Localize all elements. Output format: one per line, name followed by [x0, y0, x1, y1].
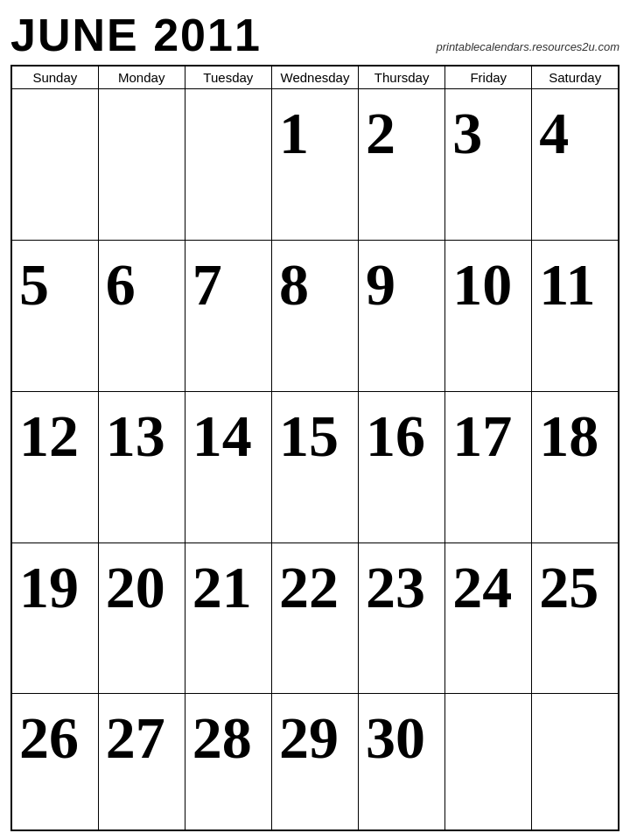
day-number: 19 — [19, 549, 91, 617]
day-cell-17: 17 — [445, 391, 532, 542]
day-cell-6: 6 — [98, 240, 185, 391]
day-number: 1 — [279, 94, 351, 163]
empty-cell — [185, 89, 271, 241]
empty-cell — [445, 694, 532, 830]
week-row-2: 567891011 — [11, 240, 619, 391]
website-label: printablecalendars.resources2u.com — [436, 40, 620, 53]
day-cell-26: 26 — [11, 694, 98, 830]
day-number: 7 — [192, 246, 264, 314]
day-number: 30 — [366, 699, 438, 767]
day-cell-16: 16 — [359, 391, 445, 542]
calendar-table: SundayMondayTuesdayWednesdayThursdayFrid… — [10, 65, 620, 831]
day-cell-2: 2 — [359, 89, 445, 241]
day-cell-27: 27 — [98, 694, 185, 830]
day-cell-22: 22 — [271, 542, 358, 694]
week-row-4: 19202122232425 — [11, 542, 619, 694]
day-number: 10 — [452, 246, 524, 314]
day-cell-21: 21 — [185, 542, 271, 694]
day-number: 6 — [106, 246, 178, 314]
day-cell-7: 7 — [185, 240, 271, 391]
day-number: 5 — [19, 246, 91, 314]
day-cell-30: 30 — [359, 694, 445, 830]
day-number: 4 — [539, 94, 611, 163]
day-cell-18: 18 — [532, 391, 619, 542]
day-number: 12 — [19, 397, 91, 466]
day-cell-19: 19 — [11, 542, 98, 694]
day-cell-24: 24 — [445, 542, 532, 694]
day-number: 9 — [366, 246, 438, 314]
day-header-wednesday: Wednesday — [271, 66, 358, 89]
day-number: 15 — [279, 397, 351, 466]
week-row-3: 12131415161718 — [11, 391, 619, 542]
day-header-thursday: Thursday — [359, 66, 445, 89]
day-number: 25 — [539, 549, 611, 617]
day-number: 28 — [192, 699, 264, 767]
day-number: 11 — [539, 246, 611, 314]
day-cell-23: 23 — [359, 542, 445, 694]
day-header-friday: Friday — [445, 66, 532, 89]
day-number: 14 — [192, 397, 264, 466]
day-header-sunday: Sunday — [11, 66, 98, 89]
calendar-header: JUNE 2011 printablecalendars.resources2u… — [10, 9, 620, 65]
calendar-page: JUNE 2011 printablecalendars.resources2u… — [0, 0, 630, 840]
day-cell-13: 13 — [98, 391, 185, 542]
days-header-row: SundayMondayTuesdayWednesdayThursdayFrid… — [11, 66, 619, 89]
day-number: 22 — [279, 549, 351, 617]
day-number: 20 — [106, 549, 178, 617]
day-number: 24 — [452, 549, 524, 617]
day-cell-29: 29 — [271, 694, 358, 830]
day-cell-1: 1 — [271, 89, 358, 241]
day-header-tuesday: Tuesday — [185, 66, 271, 89]
week-row-1: 1234 — [11, 89, 619, 241]
day-number: 3 — [452, 94, 524, 163]
day-number: 18 — [539, 397, 611, 466]
day-cell-4: 4 — [532, 89, 619, 241]
week-row-5: 2627282930 — [11, 694, 619, 830]
day-number: 26 — [19, 699, 91, 767]
day-cell-8: 8 — [271, 240, 358, 391]
empty-cell — [98, 89, 185, 241]
day-cell-5: 5 — [11, 240, 98, 391]
empty-cell — [532, 694, 619, 830]
calendar-title: JUNE 2011 — [10, 9, 262, 61]
day-cell-9: 9 — [359, 240, 445, 391]
day-number: 27 — [106, 699, 178, 767]
day-header-monday: Monday — [98, 66, 185, 89]
day-number: 21 — [192, 549, 264, 617]
empty-cell — [11, 89, 98, 241]
day-number: 29 — [279, 699, 351, 767]
day-cell-14: 14 — [185, 391, 271, 542]
day-cell-12: 12 — [11, 391, 98, 542]
day-cell-3: 3 — [445, 89, 532, 241]
day-number: 2 — [366, 94, 438, 163]
day-number: 23 — [366, 549, 438, 617]
day-number: 8 — [279, 246, 351, 314]
day-number: 16 — [366, 397, 438, 466]
day-cell-15: 15 — [271, 391, 358, 542]
day-number: 13 — [106, 397, 178, 466]
day-cell-28: 28 — [185, 694, 271, 830]
day-cell-11: 11 — [532, 240, 619, 391]
day-cell-10: 10 — [445, 240, 532, 391]
day-header-saturday: Saturday — [532, 66, 619, 89]
day-cell-20: 20 — [98, 542, 185, 694]
day-cell-25: 25 — [532, 542, 619, 694]
day-number: 17 — [452, 397, 524, 466]
